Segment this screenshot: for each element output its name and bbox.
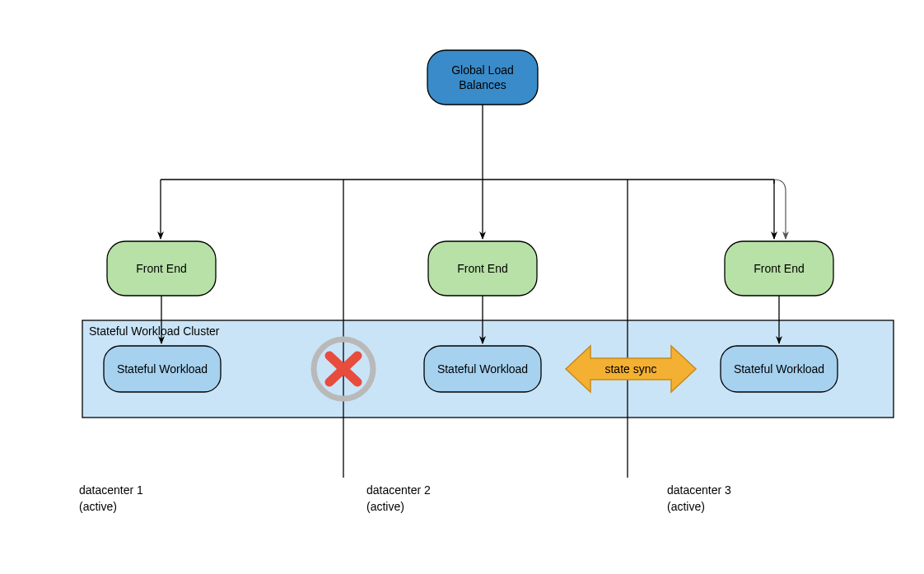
global-load-balances-node: Global Load Balances [427, 50, 538, 105]
front-end-1-label: Front End [136, 262, 186, 275]
svg-text:datacenter 2: datacenter 2 [366, 483, 431, 497]
front-end-3-label: Front End [754, 262, 804, 275]
svg-text:datacenter 3: datacenter 3 [667, 483, 731, 497]
state-sync-label: state sync [604, 362, 656, 376]
front-end-1-node: Front End [107, 241, 216, 296]
svg-text:(active): (active) [667, 500, 705, 513]
stateful-workload-3-node: Stateful Workload [721, 346, 838, 392]
cluster-label: Stateful Workload Cluster [89, 324, 220, 338]
svg-text:datacenter 1: datacenter 1 [79, 483, 143, 497]
stateful-2-label: Stateful Workload [437, 362, 528, 376]
stateful-3-label: Stateful Workload [734, 362, 824, 376]
global-lb-connectors [161, 105, 786, 239]
front-end-2-label: Front End [457, 262, 507, 275]
svg-rect-1 [427, 50, 538, 105]
diagram-canvas: Stateful Workload Cluster Global Load Ba… [0, 0, 924, 574]
stateful-1-label: Stateful Workload [117, 362, 208, 376]
svg-text:(active): (active) [366, 500, 404, 513]
datacenter-2-label: datacenter 2 (active) [366, 483, 431, 513]
stateful-workload-1-node: Stateful Workload [104, 346, 221, 392]
front-end-3-node: Front End [725, 241, 833, 296]
datacenter-1-label: datacenter 1 (active) [79, 483, 143, 513]
stateful-workload-2-node: Stateful Workload [424, 346, 541, 392]
global-lb-label-line1: Global Load [451, 63, 514, 77]
datacenter-3-label: datacenter 3 (active) [667, 483, 731, 513]
right-branch-grey [774, 180, 786, 239]
front-end-2-node: Front End [428, 241, 537, 296]
global-lb-label-line2: Balances [459, 78, 506, 91]
svg-text:(active): (active) [79, 500, 117, 513]
